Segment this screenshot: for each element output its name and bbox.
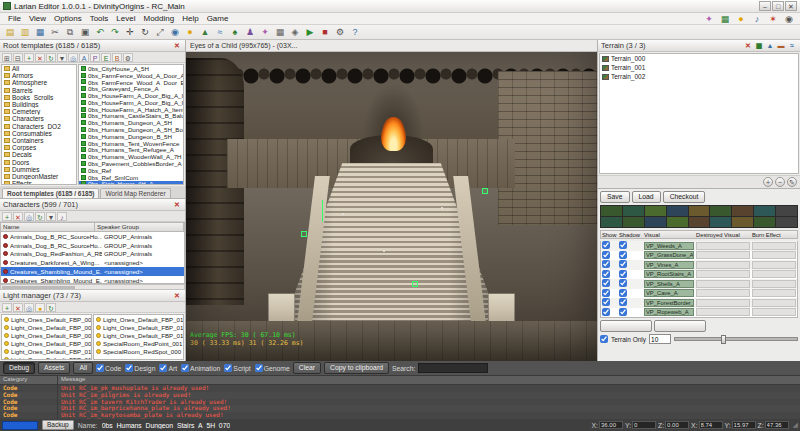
terrain-footer-button[interactable]: ✎: [787, 177, 797, 187]
column-header-shadow[interactable]: Shadow: [618, 232, 643, 238]
light-item[interactable]: Light_Ones_Default_FBP_013: [94, 323, 183, 331]
toolbar-icon[interactable]: ●: [183, 26, 197, 39]
toolbar-icon[interactable]: ♟: [243, 26, 257, 39]
terrain-tool-icon[interactable]: ✕: [743, 41, 753, 51]
toolbar-icon[interactable]: ⤢: [153, 26, 167, 39]
shadow-checkbox[interactable]: [619, 308, 627, 316]
shadow-checkbox[interactable]: [619, 298, 627, 306]
clear-button[interactable]: Clear: [293, 362, 321, 374]
burn-effect-cell[interactable]: [752, 242, 796, 250]
column-header-visual[interactable]: Visual: [643, 232, 695, 238]
close-panel-icon[interactable]: ✕: [172, 41, 182, 51]
menubar-icon[interactable]: ◉: [782, 12, 796, 25]
template-list-item[interactable]: 0bs_Humans_Tent_WovenFence: [79, 140, 183, 147]
column-header-burn-effect[interactable]: Burn Effect: [751, 232, 797, 238]
material-swatch[interactable]: [754, 206, 775, 216]
light-item[interactable]: SpecialRoom_RedSpot_000: [94, 347, 183, 355]
burn-effect-cell[interactable]: [752, 299, 796, 307]
panel-tool-icon[interactable]: ⊞: [2, 53, 12, 62]
menubar-icon[interactable]: ▦: [718, 12, 732, 25]
coordinate-input[interactable]: [765, 421, 789, 429]
material-swatch[interactable]: [645, 217, 666, 227]
tree-item[interactable]: Consumables: [2, 130, 76, 137]
menu-item[interactable]: Options: [50, 14, 86, 23]
terrain-tool-icon[interactable]: ▬: [776, 41, 786, 51]
menubar-icon[interactable]: ✦: [702, 12, 716, 25]
coordinate-input[interactable]: [599, 421, 623, 429]
material-swatch[interactable]: [601, 206, 622, 216]
panel-tool-icon[interactable]: E: [101, 53, 111, 62]
panel-tool-icon[interactable]: ✕: [13, 212, 23, 221]
burn-effect-cell[interactable]: [752, 308, 796, 316]
column-header-category[interactable]: Category: [0, 376, 58, 384]
gizmo-marker[interactable]: [301, 231, 307, 237]
console-filter[interactable]: Animation: [181, 364, 220, 372]
toolbar-icon[interactable]: ▥: [18, 26, 32, 39]
close-panel-icon[interactable]: ✕: [172, 291, 182, 301]
terrain-tool-icon[interactable]: ≈: [787, 41, 797, 51]
material-swatch[interactable]: [776, 206, 797, 216]
menu-item[interactable]: Help: [178, 14, 202, 23]
panel-tool-icon[interactable]: ◎: [68, 53, 78, 62]
destroyed-visual-cell[interactable]: [696, 280, 750, 288]
character-row[interactable]: Creatures_Shambling_Mound_E... <unassign…: [1, 276, 184, 284]
light-item[interactable]: Light_Ones_Default_FBP_014: [94, 331, 183, 339]
filter-checkbox[interactable]: [96, 364, 104, 372]
template-list-item[interactable]: 0bs_FarmFence_Wood_A_Door_A_B_Item: [79, 72, 183, 79]
visuals-action-button-2[interactable]: [654, 320, 706, 332]
toolbar-icon[interactable]: ?: [348, 26, 362, 39]
template-list-item[interactable]: 0bs_Ref_SmlCom: [79, 174, 183, 181]
column-header-show[interactable]: Show: [601, 232, 618, 238]
panel-tool-icon[interactable]: +: [2, 212, 12, 221]
terrain-footer-button[interactable]: +: [763, 177, 773, 187]
material-swatch[interactable]: [601, 217, 622, 227]
visual-row[interactable]: VP_Ropeweb_A: [601, 308, 797, 318]
coordinate-input[interactable]: [632, 421, 656, 429]
scrollbar-thumb[interactable]: [2, 286, 75, 289]
tree-item[interactable]: Corpses: [2, 144, 76, 151]
material-swatch[interactable]: [689, 217, 710, 227]
toolbar-icon[interactable]: ⧉: [63, 26, 77, 39]
destroyed-visual-cell[interactable]: [696, 251, 750, 259]
menu-item[interactable]: Level: [112, 14, 139, 23]
toolbar-icon[interactable]: ↷: [108, 26, 122, 39]
show-checkbox[interactable]: [602, 279, 610, 287]
console-filter[interactable]: Art: [159, 364, 177, 372]
shadow-checkbox[interactable]: [619, 241, 627, 249]
console-filter[interactable]: Script: [224, 364, 250, 372]
console-search-input[interactable]: [418, 363, 488, 373]
panel-tool-icon[interactable]: B: [112, 53, 122, 62]
panel-tool-icon[interactable]: ✕: [35, 53, 45, 62]
show-checkbox[interactable]: [602, 241, 610, 249]
filter-checkbox[interactable]: [224, 364, 232, 372]
tree-item[interactable]: DungeonMaster: [2, 173, 76, 180]
tree-item[interactable]: All: [2, 65, 76, 72]
tab-world-map-renderer[interactable]: World Map Renderer: [100, 188, 170, 198]
show-checkbox[interactable]: [602, 260, 610, 268]
tree-item[interactable]: Decals: [2, 151, 76, 158]
template-list-item[interactable]: 0bs_Ref: [79, 167, 183, 174]
toolbar-icon[interactable]: ≈: [213, 26, 227, 39]
toolbar-icon[interactable]: ↶: [93, 26, 107, 39]
toolbar-icon[interactable]: ▣: [78, 26, 92, 39]
panel-tool-icon[interactable]: ●: [35, 303, 45, 312]
menu-item[interactable]: Modding: [139, 14, 178, 23]
visual-name-chip[interactable]: VP_Vines_A: [644, 261, 694, 269]
viewport-3d[interactable]: Average FPS: 30 ( 67.10 ms) 30 ( 33.33 m…: [186, 52, 597, 361]
visuals-action-button-1[interactable]: [600, 320, 652, 332]
console-row[interactable]: Code Unit RC_im_barpricehanna_plate is a…: [0, 405, 800, 412]
destroyed-visual-cell[interactable]: [696, 289, 750, 297]
character-row[interactable]: Creatures_Darkforest_A_Wing... <unassign…: [1, 258, 184, 267]
console-row[interactable]: Code Unit RC_im_pk_mushuplate is already…: [0, 385, 800, 392]
toolbar-icon[interactable]: ✂: [48, 26, 62, 39]
tree-item[interactable]: Doors: [2, 158, 76, 165]
panel-tool-icon[interactable]: +: [24, 53, 34, 62]
filter-checkbox[interactable]: [125, 364, 133, 372]
visual-name-chip[interactable]: VP_Shells_A: [644, 280, 694, 288]
toolbar-icon[interactable]: ▲: [198, 26, 212, 39]
template-list-item[interactable]: 0bs_Stair_Honor_4H_A: [79, 181, 183, 185]
gizmo-axis-line[interactable]: [322, 200, 323, 222]
template-list-item[interactable]: 0bs_FarmFence_Wood_A_Door_E_A_Item: [79, 79, 183, 86]
tree-item[interactable]: Atmosphere: [2, 79, 76, 86]
template-list-item[interactable]: 0bs_Graveyard_Fence_A: [79, 85, 183, 92]
